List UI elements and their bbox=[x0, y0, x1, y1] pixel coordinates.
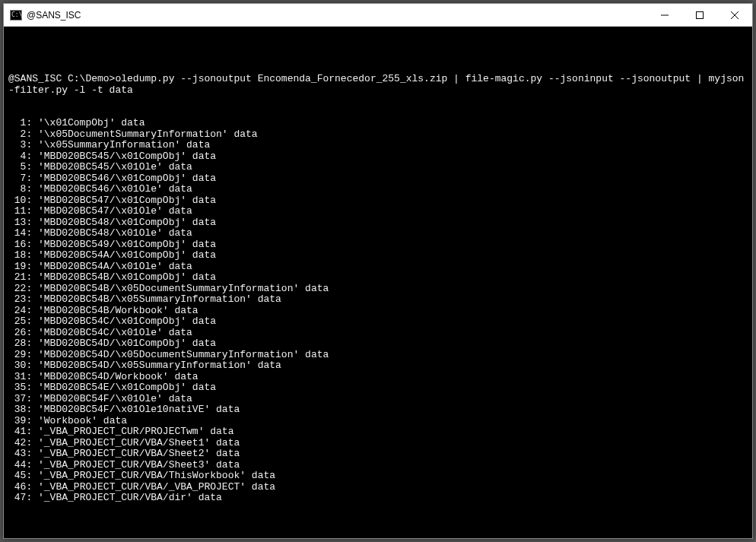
output-row: 13: 'MBD020BC548/\x01CompObj' data bbox=[8, 217, 748, 229]
cmd-icon: C:\ bbox=[10, 10, 22, 21]
output-row: 8: 'MBD020BC546/\x01Ole' data bbox=[8, 184, 748, 195]
minimize-button[interactable] bbox=[647, 4, 682, 27]
output-row: 2: '\x05DocumentSummaryInformation' data bbox=[8, 129, 748, 141]
output-row: 35: 'MBD020BC54E/\x01CompObj' data bbox=[8, 382, 748, 394]
output-row: 10: 'MBD020BC547/\x01CompObj' data bbox=[8, 195, 748, 207]
output-rows: 1: '\x01CompObj' data 2: '\x05DocumentSu… bbox=[8, 118, 748, 504]
output-row: 4: 'MBD020BC545/\x01CompObj' data bbox=[8, 151, 748, 163]
output-row: 22: 'MBD020BC54B/\x05DocumentSummaryInfo… bbox=[8, 284, 748, 295]
output-row: 24: 'MBD020BC54B/Workbook' data bbox=[8, 306, 748, 317]
output-row: 42: '_VBA_PROJECT_CUR/VBA/Sheet1' data bbox=[8, 438, 748, 449]
maximize-icon bbox=[696, 11, 704, 19]
close-icon bbox=[731, 11, 739, 19]
output-row: 11: 'MBD020BC547/\x01Ole' data bbox=[8, 206, 748, 217]
window-controls bbox=[647, 4, 752, 27]
output-row: 37: 'MBD020BC54F/\x01Ole' data bbox=[8, 394, 748, 405]
title-left: C:\ @SANS_ISC bbox=[4, 10, 647, 21]
output-row: 41: '_VBA_PROJECT_CUR/PROJECTwm' data bbox=[8, 426, 748, 438]
output-row: 3: '\x05SummaryInformation' data bbox=[8, 140, 748, 151]
output-row: 29: 'MBD020BC54D/\x05DocumentSummaryInfo… bbox=[8, 350, 748, 361]
output-row: 18: 'MBD020BC54A/\x01CompObj' data bbox=[8, 250, 748, 261]
output-row: 28: 'MBD020BC54D/\x01CompObj' data bbox=[8, 338, 748, 350]
output-row: 21: 'MBD020BC54B/\x01CompObj' data bbox=[8, 272, 748, 284]
output-row: 38: 'MBD020BC54F/\x01Ole10natiVE' data bbox=[8, 404, 748, 416]
window-title: @SANS_ISC bbox=[27, 10, 81, 21]
output-row: 46: '_VBA_PROJECT_CUR/VBA/_VBA_PROJECT' … bbox=[8, 482, 748, 493]
output-row: 25: 'MBD020BC54C/\x01CompObj' data bbox=[8, 316, 748, 328]
output-row: 1: '\x01CompObj' data bbox=[8, 118, 748, 129]
output-row: 45: '_VBA_PROJECT_CUR/VBA/ThisWorkbook' … bbox=[8, 471, 748, 482]
terminal-body[interactable]: @SANS_ISC C:\Demo>oledump.py --jsonoutpu… bbox=[4, 27, 752, 538]
output-row: 19: 'MBD020BC54A/\x01Ole' data bbox=[8, 261, 748, 273]
output-row: 30: 'MBD020BC54D/\x05SummaryInformation'… bbox=[8, 360, 748, 372]
command-line: @SANS_ISC C:\Demo>oledump.py --jsonoutpu… bbox=[8, 74, 748, 96]
output-row: 47: '_VBA_PROJECT_CUR/VBA/dir' data bbox=[8, 493, 748, 504]
output-row: 44: '_VBA_PROJECT_CUR/VBA/Sheet3' data bbox=[8, 460, 748, 471]
output-row: 14: 'MBD020BC548/\x01Ole' data bbox=[8, 228, 748, 239]
output-row: 31: 'MBD020BC54D/Workbook' data bbox=[8, 372, 748, 383]
output-row: 5: 'MBD020BC545/\x01Ole' data bbox=[8, 162, 748, 173]
maximize-button[interactable] bbox=[682, 4, 717, 27]
output-row: 43: '_VBA_PROJECT_CUR/VBA/Sheet2' data bbox=[8, 448, 748, 460]
output-row: 23: 'MBD020BC54B/\x05SummaryInformation'… bbox=[8, 294, 748, 306]
titlebar[interactable]: C:\ @SANS_ISC bbox=[4, 4, 752, 27]
output-row: 16: 'MBD020BC549/\x01CompObj' data bbox=[8, 239, 748, 251]
minimize-icon bbox=[661, 11, 669, 19]
output-row: 39: 'Workbook' data bbox=[8, 416, 748, 427]
close-button[interactable] bbox=[717, 4, 752, 27]
output-row: 26: 'MBD020BC54C/\x01Ole' data bbox=[8, 328, 748, 339]
terminal-window: C:\ @SANS_ISC @SANS_ISC C:\Demo>oledump.… bbox=[3, 3, 753, 539]
svg-rect-1 bbox=[697, 11, 704, 18]
output-row: 7: 'MBD020BC546/\x01CompObj' data bbox=[8, 173, 748, 185]
